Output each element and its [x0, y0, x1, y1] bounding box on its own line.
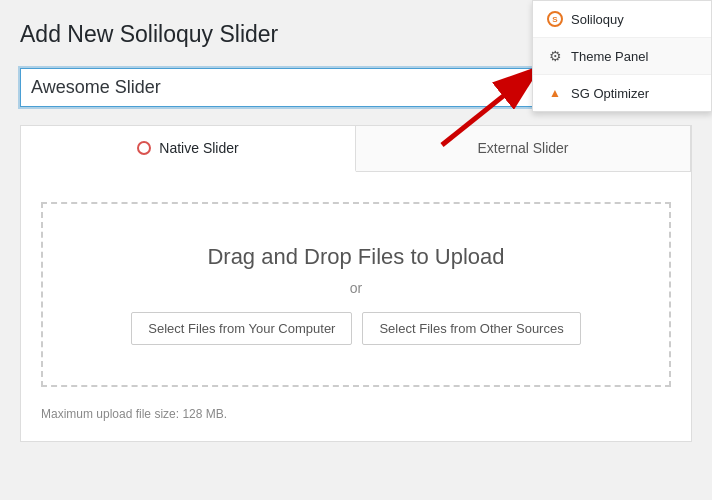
dropdown-soliloquy-label: Soliloquy — [571, 12, 624, 27]
dropdown-item-theme-panel[interactable]: ⚙ Theme Panel — [533, 38, 711, 75]
tab-native-slider[interactable]: Native Slider — [21, 126, 356, 172]
upload-or: or — [63, 280, 649, 296]
mountain-menu-icon: ▲ — [547, 85, 563, 101]
tab-external-label: External Slider — [477, 140, 568, 156]
dropdown-sg-optimizer-label: SG Optimizer — [571, 86, 649, 101]
upload-note: Maximum upload file size: 128 MB. — [41, 407, 671, 421]
upload-buttons: Select Files from Your Computer Select F… — [63, 312, 649, 345]
tab-native-label: Native Slider — [159, 140, 238, 156]
gear-menu-icon: ⚙ — [547, 48, 563, 64]
soliloquy-menu-icon: S — [547, 11, 563, 27]
upload-title: Drag and Drop Files to Upload — [63, 244, 649, 270]
native-slider-icon — [137, 141, 151, 155]
tabs-container: Native Slider External Slider Drag and D… — [20, 125, 692, 442]
tab-content: Drag and Drop Files to Upload or Select … — [21, 172, 691, 441]
dropdown-menu: S Soliloquy ⚙ Theme Panel ▲ SG Optimizer — [532, 0, 712, 112]
dropdown-item-sg-optimizer[interactable]: ▲ SG Optimizer — [533, 75, 711, 111]
select-sources-button[interactable]: Select Files from Other Sources — [362, 312, 580, 345]
tabs-header: Native Slider External Slider — [21, 126, 691, 172]
upload-area: Drag and Drop Files to Upload or Select … — [41, 202, 671, 387]
dropdown-item-soliloquy[interactable]: S Soliloquy — [533, 1, 711, 38]
tab-external-slider[interactable]: External Slider — [356, 126, 691, 171]
select-computer-button[interactable]: Select Files from Your Computer — [131, 312, 352, 345]
dropdown-theme-panel-label: Theme Panel — [571, 49, 648, 64]
